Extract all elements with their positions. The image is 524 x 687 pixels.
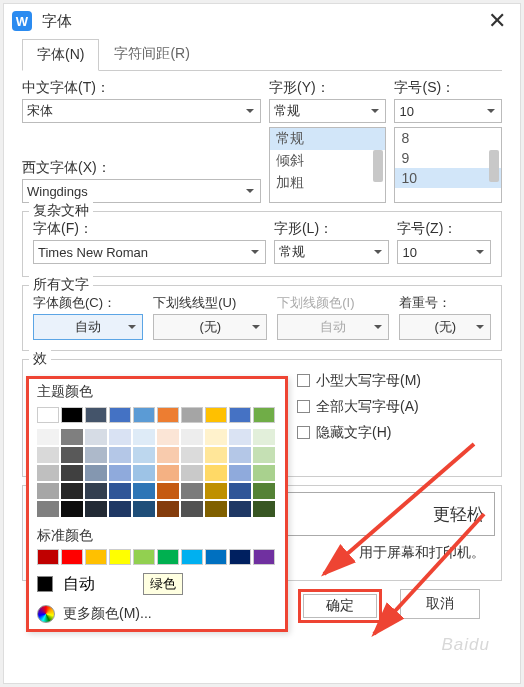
color-swatch[interactable] — [205, 501, 227, 517]
color-swatch[interactable] — [109, 407, 131, 423]
color-swatch[interactable] — [37, 429, 59, 445]
color-swatch[interactable] — [205, 429, 227, 445]
color-swatch[interactable] — [181, 447, 203, 463]
list-item[interactable]: 倾斜 — [270, 150, 386, 172]
color-swatch[interactable] — [133, 407, 155, 423]
color-swatch[interactable] — [133, 501, 155, 517]
color-swatch[interactable] — [85, 465, 107, 481]
color-swatch[interactable] — [109, 447, 131, 463]
list-item[interactable]: 9 — [395, 148, 501, 168]
color-swatch[interactable] — [133, 429, 155, 445]
color-swatch[interactable] — [37, 465, 59, 481]
ok-button[interactable]: 确定 — [303, 594, 377, 618]
style-input[interactable]: 常规 — [269, 99, 387, 123]
size-listbox[interactable]: 8 9 10 — [394, 127, 502, 203]
color-swatch[interactable] — [37, 447, 59, 463]
color-swatch[interactable] — [205, 407, 227, 423]
color-swatch[interactable] — [205, 447, 227, 463]
color-swatch[interactable] — [109, 549, 131, 565]
emphasis-dropdown[interactable]: (无) — [399, 314, 491, 340]
color-swatch[interactable] — [205, 483, 227, 499]
western-font-select[interactable]: Wingdings — [22, 179, 261, 203]
color-swatch[interactable] — [157, 407, 179, 423]
list-item[interactable]: 8 — [395, 128, 501, 148]
color-swatch[interactable] — [181, 429, 203, 445]
auto-color-label[interactable]: 自动 — [63, 574, 133, 595]
color-swatch[interactable] — [37, 501, 59, 517]
color-swatch[interactable] — [61, 501, 83, 517]
tab-font[interactable]: 字体(N) — [22, 39, 99, 71]
underline-style-dropdown[interactable]: (无) — [153, 314, 267, 340]
checkbox-allcaps[interactable]: 全部大写字母(A) — [297, 398, 419, 416]
color-swatch[interactable] — [61, 429, 83, 445]
color-swatch[interactable] — [61, 549, 83, 565]
color-swatch[interactable] — [133, 465, 155, 481]
color-swatch[interactable] — [157, 465, 179, 481]
color-swatch[interactable] — [181, 407, 203, 423]
color-swatch[interactable] — [85, 447, 107, 463]
color-swatch[interactable] — [253, 501, 275, 517]
scrollbar[interactable] — [373, 150, 383, 182]
color-swatch[interactable] — [85, 483, 107, 499]
complex-style-select[interactable]: 常规 — [274, 240, 389, 264]
color-swatch[interactable] — [229, 407, 251, 423]
color-swatch[interactable] — [37, 549, 59, 565]
color-swatch[interactable] — [229, 429, 251, 445]
color-swatch[interactable] — [253, 407, 275, 423]
color-swatch[interactable] — [109, 501, 131, 517]
color-swatch[interactable] — [181, 549, 203, 565]
color-swatch[interactable] — [229, 501, 251, 517]
color-swatch[interactable] — [157, 429, 179, 445]
size-input[interactable]: 10 — [394, 99, 502, 123]
color-swatch[interactable] — [61, 407, 83, 423]
color-swatch[interactable] — [253, 465, 275, 481]
color-swatch[interactable] — [85, 501, 107, 517]
close-icon[interactable]: ✕ — [482, 8, 512, 34]
checkbox-smallcaps[interactable]: 小型大写字母(M) — [297, 372, 421, 390]
color-swatch[interactable] — [253, 429, 275, 445]
complex-font-select[interactable]: Times New Roman — [33, 240, 266, 264]
cancel-button[interactable]: 取消 — [400, 589, 480, 619]
color-swatch[interactable] — [229, 483, 251, 499]
color-swatch[interactable] — [157, 483, 179, 499]
color-swatch[interactable] — [253, 447, 275, 463]
checkbox-hidden[interactable]: 隐藏文字(H) — [297, 424, 391, 442]
color-swatch[interactable] — [109, 483, 131, 499]
color-swatch[interactable] — [157, 549, 179, 565]
color-swatch[interactable] — [61, 483, 83, 499]
color-swatch[interactable] — [253, 483, 275, 499]
complex-size-select[interactable]: 10 — [397, 240, 491, 264]
color-swatch[interactable] — [181, 465, 203, 481]
color-swatch[interactable] — [37, 407, 59, 423]
color-swatch[interactable] — [229, 549, 251, 565]
color-swatch[interactable] — [205, 549, 227, 565]
color-swatch[interactable] — [181, 483, 203, 499]
color-swatch[interactable] — [133, 483, 155, 499]
color-swatch[interactable] — [37, 483, 59, 499]
color-swatch[interactable] — [157, 447, 179, 463]
color-swatch[interactable] — [229, 447, 251, 463]
color-swatch[interactable] — [61, 465, 83, 481]
color-swatch[interactable] — [157, 501, 179, 517]
tab-spacing[interactable]: 字符间距(R) — [99, 38, 204, 70]
color-swatch[interactable] — [181, 501, 203, 517]
color-swatch[interactable] — [133, 447, 155, 463]
list-item[interactable]: 常规 — [270, 128, 386, 150]
list-item[interactable]: 10 — [395, 168, 501, 188]
style-listbox[interactable]: 常规 倾斜 加粗 — [269, 127, 387, 203]
color-swatch[interactable] — [61, 447, 83, 463]
color-swatch[interactable] — [133, 549, 155, 565]
color-swatch[interactable] — [109, 429, 131, 445]
auto-color-swatch[interactable] — [37, 576, 53, 592]
color-swatch[interactable] — [109, 465, 131, 481]
more-colors-item[interactable]: 更多颜色(M)... — [29, 599, 285, 625]
list-item[interactable]: 加粗 — [270, 172, 386, 194]
color-swatch[interactable] — [85, 549, 107, 565]
color-swatch[interactable] — [253, 549, 275, 565]
scrollbar[interactable] — [489, 150, 499, 182]
color-swatch[interactable] — [85, 429, 107, 445]
color-swatch[interactable] — [205, 465, 227, 481]
cn-font-select[interactable]: 宋体 — [22, 99, 261, 123]
color-swatch[interactable] — [229, 465, 251, 481]
font-color-dropdown[interactable]: 自动 — [33, 314, 143, 340]
